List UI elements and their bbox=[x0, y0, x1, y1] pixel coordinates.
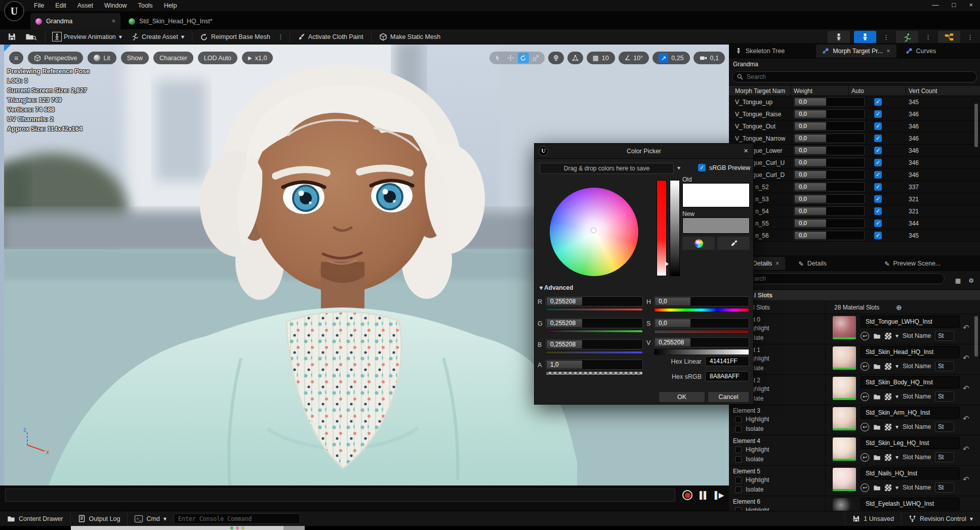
v-slider[interactable] bbox=[654, 349, 749, 355]
auto-checkbox[interactable]: ✓ bbox=[874, 135, 882, 142]
character-dropdown[interactable]: Character bbox=[153, 52, 193, 64]
morph-search-input[interactable] bbox=[732, 71, 977, 82]
menu-edit[interactable]: Edit bbox=[50, 1, 72, 11]
details-scrollbar[interactable] bbox=[974, 316, 978, 357]
unreal-logo[interactable]: U bbox=[4, 1, 24, 21]
browse-to-asset-icon[interactable] bbox=[873, 332, 881, 339]
viewport-options-menu[interactable]: ≡ bbox=[9, 52, 23, 64]
table-row[interactable]: n_520,0✓337 bbox=[729, 181, 980, 193]
blueprint-mode-button[interactable] bbox=[938, 31, 960, 43]
tab-morph-target-previewer[interactable]: Morph Target Pr... × bbox=[816, 45, 896, 58]
tab-details[interactable]: ✎ Details bbox=[792, 257, 833, 270]
tab-std-skin-head[interactable]: Std_Skin_Head_HQ_Inst* bbox=[124, 13, 230, 29]
browse-to-asset-icon[interactable] bbox=[873, 362, 881, 370]
color-wheel-mode-button[interactable] bbox=[682, 237, 715, 250]
revision-control-button[interactable]: Revision Control ▾ bbox=[902, 511, 980, 526]
material-slots-section-header[interactable]: Material Slots bbox=[729, 289, 980, 301]
isolate-checkbox[interactable]: Isolate bbox=[735, 486, 763, 493]
auto-checkbox[interactable]: ✓ bbox=[874, 122, 882, 130]
auto-checkbox[interactable]: ✓ bbox=[874, 207, 882, 215]
close-icon[interactable]: × bbox=[744, 146, 748, 155]
table-row[interactable]: n_540,0✓321 bbox=[729, 205, 980, 217]
browse-to-asset-icon[interactable] bbox=[873, 483, 881, 491]
weight-spinbox[interactable]: 0,0 bbox=[794, 182, 865, 192]
h-value-field[interactable]: 0,0 bbox=[654, 296, 749, 306]
old-color-swatch[interactable] bbox=[682, 183, 750, 207]
rotation-snap-control[interactable]: ∠10° bbox=[619, 52, 649, 64]
browse-to-asset-icon[interactable] bbox=[873, 423, 881, 430]
weight-spinbox[interactable]: 0,0 bbox=[794, 134, 865, 143]
isolate-checkbox[interactable]: Isolate bbox=[735, 425, 763, 432]
use-selected-asset-icon[interactable]: ↩ bbox=[861, 332, 869, 340]
texture-options-icon[interactable] bbox=[885, 363, 891, 370]
weight-spinbox[interactable]: 0,0 bbox=[794, 97, 865, 107]
coordinate-system-button[interactable] bbox=[548, 52, 564, 64]
highlight-checkbox[interactable]: Highlight bbox=[735, 476, 769, 483]
slot-name-field[interactable]: St bbox=[935, 331, 954, 341]
step-forward-button[interactable]: ▌▶ bbox=[715, 491, 723, 499]
slot-name-field[interactable]: St bbox=[935, 422, 954, 432]
maximize-button[interactable]: □ bbox=[952, 1, 956, 9]
eyedropper-button[interactable] bbox=[717, 237, 750, 250]
highlight-checkbox[interactable]: Highlight bbox=[735, 507, 769, 511]
record-button[interactable] bbox=[682, 490, 692, 500]
close-tab-icon[interactable]: × bbox=[112, 18, 115, 25]
material-thumbnail[interactable] bbox=[833, 437, 856, 461]
use-selected-asset-icon[interactable]: ↩ bbox=[861, 423, 869, 431]
use-selected-asset-icon[interactable]: ↩ bbox=[861, 392, 869, 401]
use-selected-asset-icon[interactable]: ↩ bbox=[861, 362, 869, 371]
ok-button[interactable]: OK bbox=[659, 391, 705, 403]
g-slider[interactable] bbox=[546, 330, 643, 333]
morph-table-header[interactable]: Morph Target Nam Weight Auto Vert Count bbox=[729, 85, 980, 96]
material-thumbnail[interactable] bbox=[833, 377, 856, 400]
scale-tool-icon[interactable] bbox=[530, 53, 542, 63]
lit-dropdown[interactable]: Lit bbox=[88, 52, 116, 64]
menu-tools[interactable]: Tools bbox=[132, 1, 158, 11]
slot-name-field[interactable]: St bbox=[935, 361, 954, 371]
browse-to-asset-button[interactable] bbox=[21, 30, 42, 43]
table-row[interactable]: n_560,0✓345 bbox=[729, 230, 980, 242]
reset-to-default-icon[interactable]: ↶ bbox=[963, 445, 969, 454]
chevron-down-icon[interactable]: ▾ bbox=[677, 164, 680, 171]
dialog-title-bar[interactable]: U Color Picker × bbox=[535, 144, 753, 159]
table-row[interactable]: V_Tongue_up0,0✓345 bbox=[729, 96, 980, 108]
auto-checkbox[interactable]: ✓ bbox=[874, 98, 882, 106]
advanced-expander[interactable]: ▾ Advanced bbox=[540, 284, 573, 291]
add-material-slot-button[interactable]: ⊕ bbox=[896, 303, 902, 312]
b-value-field[interactable]: 0,255208 bbox=[546, 339, 643, 349]
material-thumbnail[interactable] bbox=[833, 346, 856, 370]
use-selected-asset-icon[interactable]: ↩ bbox=[861, 483, 869, 492]
tab-skeleton-tree[interactable]: Skeleton Tree bbox=[729, 45, 791, 58]
preview-animation-button[interactable]: Preview Animation▾ bbox=[49, 31, 127, 42]
menu-asset[interactable]: Asset bbox=[72, 1, 99, 11]
mesh-mode-kebab-icon[interactable]: ⋮ bbox=[880, 33, 892, 41]
browse-to-asset-icon[interactable] bbox=[873, 392, 881, 400]
theme-drop-area[interactable]: Drag & drop colors here to save bbox=[540, 163, 674, 174]
weight-spinbox[interactable]: 0,0 bbox=[794, 158, 865, 167]
table-row[interactable]: V_Tongue_Out0,0✓346 bbox=[729, 120, 980, 132]
tab-grandma[interactable]: Grandma × bbox=[30, 13, 120, 29]
material-combo[interactable]: Std_Skin_Head_HQ_Inst bbox=[861, 346, 960, 358]
srgb-checkbox[interactable]: ✓ bbox=[698, 164, 706, 171]
a-slider[interactable] bbox=[546, 371, 643, 375]
weight-spinbox[interactable]: 0,0 bbox=[794, 170, 865, 180]
close-tab-icon[interactable]: × bbox=[886, 48, 890, 55]
use-selected-asset-icon[interactable]: ↩ bbox=[861, 453, 869, 462]
table-row[interactable]: V_Tongue_Lower0,0✓346 bbox=[729, 145, 980, 157]
select-tool-icon[interactable] bbox=[493, 53, 504, 63]
camera-speed-control[interactable]: 0,1 bbox=[693, 52, 725, 64]
s-value-field[interactable]: 0,0 bbox=[654, 318, 749, 328]
morph-scrollbar[interactable] bbox=[974, 104, 978, 147]
chevron-down-icon[interactable]: ▾ bbox=[895, 454, 899, 461]
auto-checkbox[interactable]: ✓ bbox=[874, 159, 882, 166]
grid-snap-control[interactable]: ▦10 bbox=[587, 52, 615, 64]
lod-dropdown[interactable]: LOD Auto bbox=[198, 52, 237, 64]
make-static-mesh-button[interactable]: Make Static Mesh bbox=[375, 31, 445, 43]
auto-checkbox[interactable]: ✓ bbox=[874, 183, 882, 191]
property-matrix-icon[interactable]: ▦ bbox=[955, 277, 961, 284]
settings-gear-icon[interactable]: ⚙ bbox=[968, 277, 974, 284]
auto-checkbox[interactable]: ✓ bbox=[874, 147, 882, 154]
bar-marker[interactable] bbox=[665, 261, 669, 267]
rotate-tool-icon[interactable] bbox=[518, 53, 529, 63]
texture-options-icon[interactable] bbox=[885, 484, 891, 491]
